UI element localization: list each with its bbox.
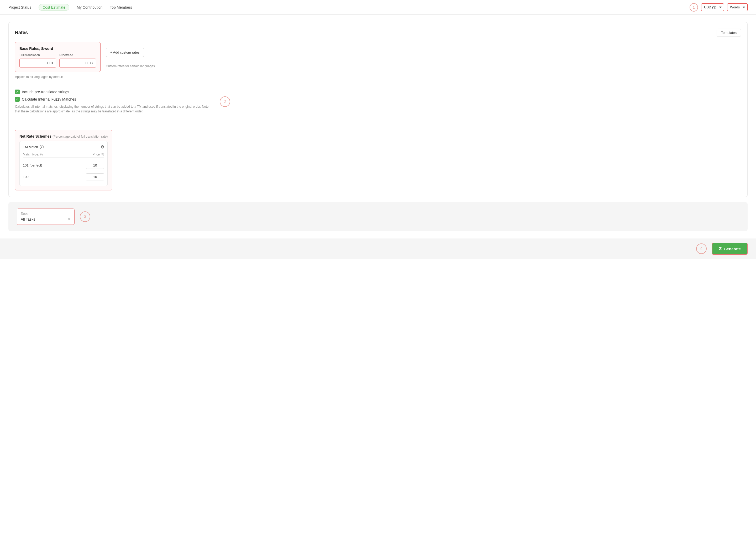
- unit-select[interactable]: Words: [727, 3, 748, 11]
- divider-1: [15, 84, 741, 84]
- task-select-wrap: All Tasks Translation Proofreading ▼: [21, 217, 71, 221]
- net-rate-box: Net Rate Schemes (Percentage paid of ful…: [15, 130, 112, 190]
- full-translation-field: Full translation: [19, 53, 56, 67]
- templates-button[interactable]: Templates: [717, 29, 741, 37]
- gear-icon[interactable]: ⚙: [101, 144, 104, 149]
- base-rates-title: Base Rates, $/word: [19, 46, 96, 51]
- generate-icon: ⧖: [719, 246, 722, 251]
- proofread-input[interactable]: [59, 59, 96, 67]
- tm-columns: Match type, % Price, %: [23, 151, 104, 157]
- include-pretranslated-checkbox[interactable]: [15, 90, 20, 94]
- rates-header: Rates Templates: [15, 29, 741, 37]
- include-pretranslated-row: Include pre-translated strings: [15, 90, 214, 94]
- task-row: Task: All Tasks Translation Proofreading…: [17, 208, 739, 225]
- options-row: Include pre-translated strings Calculate…: [15, 90, 741, 114]
- full-translation-label: Full translation: [19, 53, 56, 57]
- badge-1: 1: [690, 3, 698, 12]
- rates-card: Rates Templates Base Rates, $/word Full …: [8, 22, 748, 197]
- calculate-fuzzy-label: Calculate Internal Fuzzy Matches: [22, 97, 76, 101]
- applies-text: Applies to all languages by default: [15, 75, 101, 79]
- match-type-col-label: Match type, %: [23, 152, 43, 156]
- add-custom-rates-button[interactable]: + Add custom rates: [106, 48, 144, 57]
- price-col-label: Price, %: [93, 152, 104, 156]
- nav-right-controls: 1 USD ($) Words: [690, 3, 748, 12]
- net-rate-inner: TM Match i ⚙ Match type, % Price, % 101 …: [19, 141, 108, 186]
- tm-row-101: 101 (perfect): [23, 160, 104, 171]
- fuzzy-description: Calculates all internal matches, display…: [15, 104, 214, 114]
- net-rate-title: Net Rate Schemes: [19, 134, 51, 138]
- task-label: Task:: [21, 212, 71, 215]
- include-pretranslated-label: Include pre-translated strings: [22, 90, 69, 94]
- nav-cost-estimate[interactable]: Cost Estimate: [39, 4, 69, 11]
- checkboxes-col: Include pre-translated strings Calculate…: [15, 90, 214, 114]
- generate-button[interactable]: ⧖ Generate: [712, 243, 748, 255]
- match-101-label: 101 (perfect): [23, 163, 42, 167]
- base-rates-box: Base Rates, $/word Full translation Proo…: [15, 42, 101, 72]
- badge-2: 2: [220, 96, 230, 107]
- task-select[interactable]: All Tasks Translation Proofreading: [21, 217, 67, 221]
- nav-project-status[interactable]: Project Status: [8, 5, 31, 9]
- main-content: Rates Templates Base Rates, $/word Full …: [0, 15, 756, 238]
- rates-title: Rates: [15, 30, 28, 35]
- navigation: Project Status Cost Estimate My Contribu…: [0, 0, 756, 15]
- custom-rates-col: + Add custom rates Custom rates for cert…: [106, 43, 155, 68]
- nav-top-members[interactable]: Top Members: [110, 5, 132, 9]
- calculate-fuzzy-row: Calculate Internal Fuzzy Matches: [15, 97, 214, 102]
- net-rate-subtitle: (Percentage paid of full translation rat…: [53, 135, 108, 138]
- generate-label: Generate: [724, 246, 741, 251]
- proofread-label: Proofread: [59, 53, 96, 57]
- calculate-fuzzy-checkbox[interactable]: [15, 97, 20, 102]
- full-translation-input[interactable]: [19, 59, 56, 67]
- badge-4: 4: [696, 243, 707, 254]
- nav-my-contribution[interactable]: My Contribution: [77, 5, 102, 9]
- price-101-input[interactable]: [86, 162, 104, 169]
- price-100-input[interactable]: [86, 173, 104, 180]
- task-box: Task: All Tasks Translation Proofreading…: [17, 208, 75, 225]
- tm-title: TM Match i: [23, 145, 44, 149]
- match-100-label: 100: [23, 175, 29, 179]
- base-rates-fields: Full translation Proofread: [19, 53, 96, 67]
- rates-main-row: Base Rates, $/word Full translation Proo…: [15, 42, 741, 79]
- tm-row-100: 100: [23, 171, 104, 182]
- tm-header: TM Match i ⚙: [23, 144, 104, 149]
- badge-3: 3: [80, 211, 90, 222]
- proofread-field: Proofread: [59, 53, 96, 67]
- generate-footer: 4 ⧖ Generate: [0, 238, 756, 259]
- base-rates-section: Base Rates, $/word Full translation Proo…: [15, 42, 101, 79]
- net-rate-header: Net Rate Schemes (Percentage paid of ful…: [19, 134, 108, 138]
- task-select-arrow: ▼: [67, 217, 71, 221]
- info-icon[interactable]: i: [40, 145, 44, 149]
- custom-rates-label: Custom rates for certain languages: [106, 64, 155, 68]
- bottom-section: Task: All Tasks Translation Proofreading…: [8, 202, 748, 231]
- tm-match-label: TM Match: [23, 145, 38, 149]
- currency-select[interactable]: USD ($): [701, 3, 724, 11]
